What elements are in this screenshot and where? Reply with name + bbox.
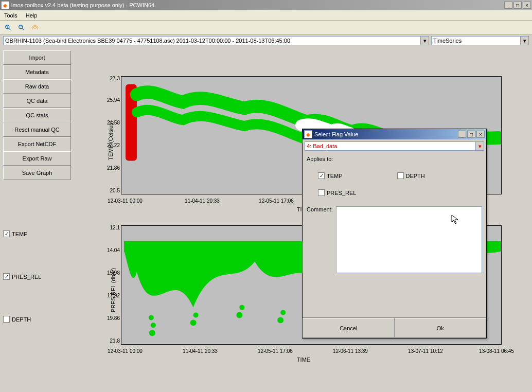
minimize-button[interactable]: _ — [504, 2, 512, 9]
viewmode-select[interactable]: TimeSeries ▾ — [431, 36, 529, 45]
dialog-titlebar[interactable]: ◆ Select Flag Value _ □ × — [303, 129, 486, 139]
export-raw-button[interactable]: Export Raw — [3, 151, 71, 166]
pan-button[interactable] — [30, 23, 40, 33]
dataset-value: GBRHIN-1103 (Sea-bird Electronics SBE39 … — [5, 38, 290, 44]
ok-button[interactable]: Ok — [395, 318, 487, 338]
viewmode-value: TimeSeries — [433, 38, 462, 44]
flag-value: 4: Bad_data — [307, 143, 337, 149]
dialog-close-button[interactable]: × — [476, 131, 485, 138]
save-graph-button[interactable]: Save Graph — [3, 166, 71, 180]
qc-data-button[interactable]: QC data — [3, 94, 71, 108]
svg-line-1 — [9, 28, 11, 30]
checkbox-icon — [397, 172, 404, 179]
menu-help[interactable]: Help — [24, 11, 40, 20]
select-flag-dialog: ◆ Select Flag Value _ □ × 4: Bad_data ▾ … — [302, 129, 487, 338]
check-pres-rel[interactable]: ✓PRES_REL — [3, 273, 41, 280]
window-titlebar: ◆ imos-toolbox v2.4 beta (testing purpos… — [0, 0, 532, 10]
chevron-down-icon: ▾ — [475, 142, 484, 150]
svg-point-14 — [239, 305, 244, 310]
applies-temp[interactable]: ✓TEMP — [318, 172, 392, 179]
temp-ylabel: TEMP (Celsius) — [108, 121, 114, 161]
applies-label: Applies to: — [303, 153, 486, 165]
check-temp[interactable]: ✓TEMP — [3, 230, 41, 237]
svg-point-11 — [190, 319, 197, 326]
dataset-select[interactable]: GBRHIN-1103 (Sea-bird Electronics SBE39 … — [3, 36, 429, 45]
chevron-down-icon: ▾ — [420, 37, 429, 45]
param-checks: ✓TEMP ✓PRES_REL DEPTH — [3, 230, 41, 323]
close-button[interactable]: × — [523, 2, 531, 9]
dialog-title: Select Flag Value — [314, 131, 458, 137]
menu-bar: Tools Help — [0, 10, 532, 21]
checkbox-icon — [3, 316, 10, 323]
flag-select[interactable]: 4: Bad_data ▾ — [305, 141, 484, 151]
action-column: Import Metadata Raw data QC data QC stat… — [3, 50, 71, 180]
applies-pres-rel[interactable]: PRES_REL — [318, 189, 392, 196]
app-icon: ◆ — [304, 130, 312, 138]
metadata-button[interactable]: Metadata — [3, 65, 71, 79]
checkbox-icon: ✓ — [3, 273, 10, 280]
maximize-button[interactable]: □ — [513, 2, 522, 9]
svg-line-5 — [22, 28, 24, 30]
app-icon: ◆ — [1, 1, 9, 9]
zoom-in-button[interactable] — [3, 23, 13, 33]
import-button[interactable]: Import — [3, 50, 71, 65]
window-title: imos-toolbox v2.4 beta (testing purpose … — [11, 2, 504, 8]
dialog-maximize-button[interactable]: □ — [467, 131, 475, 138]
check-depth[interactable]: DEPTH — [3, 316, 41, 323]
svg-point-12 — [193, 313, 199, 318]
menu-tools[interactable]: Tools — [2, 11, 20, 20]
svg-point-16 — [280, 310, 286, 315]
comment-label: Comment: — [307, 206, 333, 273]
reset-manual-qc-button[interactable]: Reset manual QC — [3, 122, 71, 137]
chevron-down-icon: ▾ — [520, 37, 528, 45]
svg-point-15 — [277, 317, 283, 323]
checkbox-icon — [318, 189, 325, 196]
cancel-button[interactable]: Cancel — [303, 318, 395, 338]
dataset-row: GBRHIN-1103 (Sea-bird Electronics SBE39 … — [0, 35, 532, 46]
svg-point-13 — [236, 312, 242, 318]
qc-stats-button[interactable]: QC stats — [3, 108, 71, 122]
dialog-minimize-button[interactable]: _ — [458, 131, 466, 138]
svg-point-10 — [149, 315, 154, 320]
svg-point-9 — [151, 323, 156, 328]
checkbox-icon: ✓ — [3, 230, 10, 237]
applies-depth[interactable]: DEPTH — [397, 172, 471, 179]
comment-textarea[interactable] — [336, 206, 482, 273]
toolbar — [0, 21, 532, 35]
zoom-out-button[interactable] — [16, 23, 27, 33]
svg-point-8 — [149, 330, 155, 336]
checkbox-icon: ✓ — [318, 172, 325, 179]
raw-data-button[interactable]: Raw data — [3, 79, 71, 94]
pres-xlabel: TIME — [297, 357, 310, 363]
export-netcdf-button[interactable]: Export NetCDF — [3, 137, 71, 151]
